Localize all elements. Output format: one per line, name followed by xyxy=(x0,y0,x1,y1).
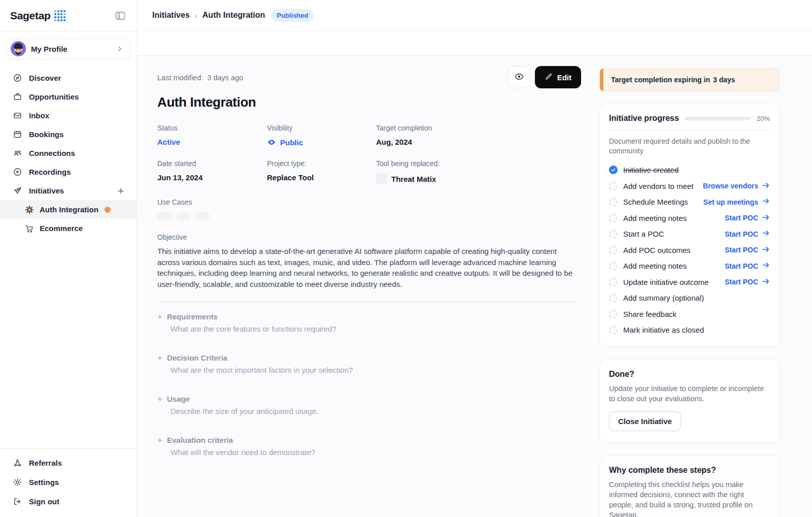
checkbox-circle-icon xyxy=(609,166,618,174)
collapsed-section: + Decision Criteria What are the most im… xyxy=(157,353,576,374)
section-expand-row[interactable]: + Usage xyxy=(157,395,576,403)
detail-field: Date started Jun 13, 2024 xyxy=(157,159,267,184)
expiry-banner: Target completion expiring in3 days xyxy=(599,68,780,91)
checklist-action-link[interactable]: Start POC xyxy=(725,261,770,271)
sidebar-footer: Referrals Settings Sign out xyxy=(0,448,137,517)
plus-icon[interactable] xyxy=(116,186,125,196)
checklist-action-link[interactable]: Start POC xyxy=(725,229,770,239)
logo-text: Sagetap xyxy=(10,10,51,22)
close-initiative-button[interactable]: Close Initiative xyxy=(609,411,681,431)
last-modified: Last modified: 3 days ago xyxy=(157,74,243,82)
sidebar-initiative-item[interactable]: Ecommerce xyxy=(0,219,137,238)
notification-dot xyxy=(105,207,111,213)
checklist-action-link[interactable]: Browse vendors xyxy=(703,181,770,191)
section-expand-row[interactable]: + Requirements xyxy=(157,312,576,321)
progress-title: Initiative progress xyxy=(609,114,679,123)
arrow-right-icon xyxy=(762,213,770,223)
section-expand-row[interactable]: + Decision Criteria xyxy=(157,353,576,362)
plus-icon: + xyxy=(157,395,162,403)
settings-gear-icon xyxy=(13,477,22,487)
my-profile-button[interactable]: My Profile xyxy=(6,38,130,59)
checklist-action-link[interactable]: Start POC xyxy=(725,277,770,287)
done-text: Update your initiative to complete or in… xyxy=(609,383,770,404)
breadcrumb-separator: › xyxy=(195,11,197,20)
collapsed-section: + Usage Describe the size of your antici… xyxy=(157,395,576,415)
right-panel: Target completion expiring in3 days Init… xyxy=(599,66,780,517)
checklist-action-link[interactable]: Start POC xyxy=(725,245,770,255)
arrow-right-icon xyxy=(762,181,770,191)
sidebar-item[interactable]: Connections xyxy=(0,144,137,163)
sidebar-initiative-list: Auth Integration Ecommerce xyxy=(0,200,137,238)
edit-button[interactable]: Edit xyxy=(535,66,581,88)
sidebar-item[interactable]: Sign out xyxy=(0,492,137,511)
field-grid: Status Active Visibility Public Target c… xyxy=(157,124,576,184)
checklist-action-link[interactable]: Set up meetings xyxy=(703,197,770,207)
why-text: Completing this checklist helps you make… xyxy=(609,479,770,517)
chevron-right-icon xyxy=(116,45,124,53)
pencil-icon xyxy=(545,73,553,82)
sidebar-item[interactable]: Inbox xyxy=(0,106,137,125)
content: Last modified: 3 days ago Edit Auth Inte… xyxy=(137,56,812,517)
detail-field: Tool being replaced: Threat Matix xyxy=(376,159,576,184)
sidebar-item[interactable]: Recordings xyxy=(0,163,137,181)
breadcrumb-initiatives[interactable]: Initiatives xyxy=(152,11,190,20)
section-expand-row[interactable]: + Evaluation criteria xyxy=(157,436,576,444)
collapsed-section: + Requirements What are the core feature… xyxy=(157,312,576,333)
sidebar-item[interactable]: Settings xyxy=(0,472,137,492)
done-card: Done? Update your initiative to complete… xyxy=(599,359,780,443)
plus-icon: + xyxy=(157,353,162,362)
checklist-item: Add meeting notes Start POC xyxy=(609,210,770,227)
use-cases-label: Use Cases xyxy=(157,198,576,206)
logo[interactable]: Sagetap xyxy=(10,10,65,22)
checklist-item: Add POC outcomes Start POC xyxy=(609,242,770,258)
sidebar-item[interactable]: Bookings xyxy=(0,125,137,144)
checkbox-circle-icon xyxy=(609,310,618,318)
checkbox-circle-icon xyxy=(609,230,618,238)
logo-grid-icon xyxy=(54,10,65,21)
sidebar-initiative-item[interactable]: Auth Integration xyxy=(0,200,137,219)
cart-icon xyxy=(24,223,35,234)
avatar xyxy=(11,41,26,56)
plus-icon: + xyxy=(157,436,162,444)
plus-icon: + xyxy=(157,312,162,321)
collapsed-section: + Evaluation criteria What will the vend… xyxy=(157,436,576,457)
use-case-chip xyxy=(157,212,172,220)
checklist-item: Add meeting notes Start POC xyxy=(609,258,770,274)
paper-plane-icon xyxy=(13,186,22,196)
checklist-action-link[interactable]: Start POC xyxy=(725,213,770,223)
use-case-chips xyxy=(157,212,576,220)
arrow-right-icon xyxy=(762,277,770,287)
progress-percent: 20% xyxy=(757,115,770,122)
sidebar-collapse-icon[interactable] xyxy=(114,10,127,22)
sidebar-item[interactable]: Discover xyxy=(0,69,137,87)
my-profile-label: My Profile xyxy=(31,45,111,53)
tool-logo-placeholder xyxy=(376,173,387,184)
inbox-icon xyxy=(13,111,22,120)
sidebar-item[interactable]: Referrals xyxy=(0,453,137,472)
done-title: Done? xyxy=(609,370,770,379)
page-title: Auth Integration xyxy=(157,94,576,110)
why-title: Why complete these steps? xyxy=(609,466,770,475)
collapsed-sections: + Requirements What are the core feature… xyxy=(157,312,576,457)
checklist-item: Update initiative outcome Start POC xyxy=(609,274,770,290)
progress-bar xyxy=(685,117,751,120)
checkbox-circle-icon xyxy=(609,294,618,302)
main-area: Initiatives › Auth Integration Published… xyxy=(137,0,812,517)
checklist-item: Initiative created xyxy=(609,162,770,178)
checkbox-circle-icon xyxy=(609,262,618,270)
checklist-item: Start a POC Start POC xyxy=(609,226,770,242)
briefcase-icon xyxy=(13,92,22,102)
app-root: Sagetap My Profile Discover Opportunitie… xyxy=(0,0,812,517)
header-actions: Edit xyxy=(508,66,581,88)
checkbox-circle-icon xyxy=(609,326,618,334)
arrow-right-icon xyxy=(762,229,770,239)
eye-icon xyxy=(514,72,524,83)
preview-button[interactable] xyxy=(508,66,530,88)
checklist-item: Schedule Meetings Set up meetings xyxy=(609,194,770,210)
objective-text: This initiative aims to develop a state-… xyxy=(157,246,576,289)
sidebar-item[interactable]: Opportunities xyxy=(0,87,137,106)
checklist-item: Share feedback xyxy=(609,306,770,322)
sign-out-icon xyxy=(13,497,22,506)
sidebar-item[interactable]: Initiatives xyxy=(0,181,137,200)
published-badge: Published xyxy=(271,9,314,22)
